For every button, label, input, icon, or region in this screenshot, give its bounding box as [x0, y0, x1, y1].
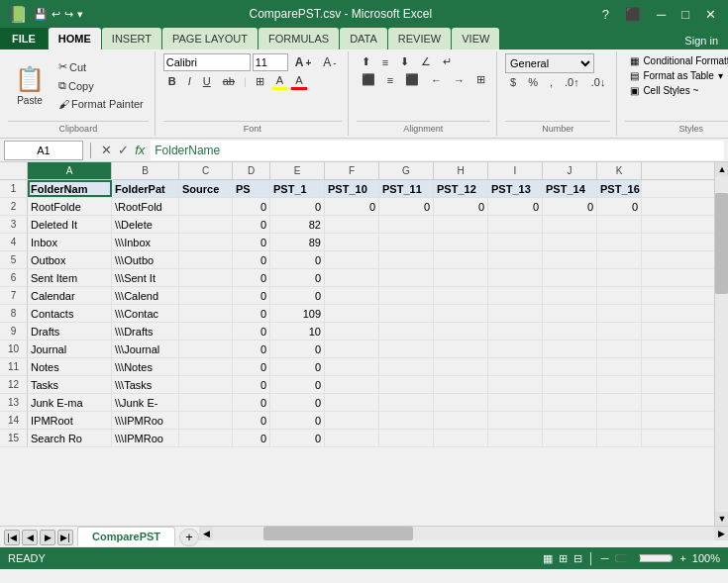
ribbon-display-btn[interactable]: ⬛ — [621, 7, 645, 22]
col-header-c[interactable]: C — [179, 162, 233, 179]
format-painter-button[interactable]: 🖌 Format Painter — [53, 96, 149, 112]
indent-button[interactable]: → — [449, 72, 469, 88]
list-item[interactable] — [434, 394, 488, 411]
maximize-btn[interactable]: □ — [677, 7, 693, 22]
list-item[interactable]: Journal — [28, 340, 112, 357]
list-item[interactable]: IPMRoot — [28, 412, 112, 429]
list-item[interactable]: Outbox — [28, 251, 112, 268]
list-item[interactable] — [543, 376, 597, 393]
list-item[interactable]: Source — [179, 180, 233, 197]
list-item[interactable] — [379, 216, 434, 233]
italic-button[interactable]: I — [183, 73, 196, 89]
list-item[interactable] — [325, 323, 379, 340]
list-item[interactable] — [179, 340, 233, 357]
list-item[interactable]: 0 — [233, 251, 270, 268]
font-color-button[interactable]: A — [290, 72, 307, 90]
sheet-nav-prev[interactable]: ◀ — [22, 530, 38, 545]
list-item[interactable]: 0 — [379, 198, 434, 215]
list-item[interactable] — [597, 305, 642, 322]
zoom-slider[interactable] — [614, 550, 674, 566]
list-item[interactable]: \\\Contac — [112, 305, 179, 322]
list-item[interactable] — [597, 269, 642, 286]
copy-button[interactable]: ⧉ Copy — [53, 77, 149, 94]
list-item[interactable] — [325, 394, 379, 411]
list-item[interactable] — [488, 412, 543, 429]
list-item[interactable] — [543, 323, 597, 340]
list-item[interactable] — [325, 412, 379, 429]
list-item[interactable]: 0 — [270, 412, 325, 429]
list-item[interactable] — [179, 198, 233, 215]
list-item[interactable]: Notes — [28, 358, 112, 375]
list-item[interactable] — [488, 340, 543, 357]
list-item[interactable]: 0 — [233, 305, 270, 322]
list-item[interactable]: 0 — [543, 198, 597, 215]
align-center-button[interactable]: ≡ — [382, 72, 398, 88]
list-item[interactable]: \\\Sent It — [112, 269, 179, 286]
list-item[interactable] — [179, 394, 233, 411]
list-item[interactable]: Contacts — [28, 305, 112, 322]
list-item[interactable]: \\\IPMRoo — [112, 412, 179, 429]
align-left-button[interactable]: ⬛ — [357, 71, 380, 88]
list-item[interactable]: 0 — [233, 234, 270, 250]
paste-button[interactable]: 📋 Paste — [8, 53, 52, 117]
col-header-f[interactable]: F — [325, 162, 379, 179]
decrease-decimal-button[interactable]: .0↓ — [586, 74, 611, 90]
zoom-out-icon[interactable]: ─ — [601, 552, 609, 564]
list-item[interactable] — [543, 269, 597, 286]
list-item[interactable] — [597, 358, 642, 375]
list-item[interactable] — [379, 430, 434, 446]
list-item[interactable]: 0 — [233, 287, 270, 304]
hscroll-thumb[interactable] — [263, 527, 414, 540]
list-item[interactable]: 0 — [270, 340, 325, 357]
list-item[interactable]: 89 — [270, 234, 325, 250]
list-item[interactable]: 0 — [597, 198, 642, 215]
sheet-nav-first[interactable]: |◀ — [4, 530, 20, 545]
list-item[interactable]: 0 — [233, 216, 270, 233]
list-item[interactable]: \RootFold — [112, 198, 179, 215]
list-item[interactable]: PST_1 — [270, 180, 325, 197]
zoom-in-icon[interactable]: + — [679, 552, 685, 564]
align-right-button[interactable]: ⬛ — [400, 71, 424, 88]
list-item[interactable]: 0 — [270, 430, 325, 446]
add-sheet-button[interactable]: + — [179, 529, 199, 546]
merge-button[interactable]: ⊞ — [471, 71, 490, 88]
list-item[interactable] — [379, 305, 434, 322]
list-item[interactable]: 0 — [270, 376, 325, 393]
list-item[interactable] — [325, 340, 379, 357]
list-item[interactable]: \\\Drafts — [112, 323, 179, 340]
list-item[interactable] — [543, 358, 597, 375]
page-layout-icon[interactable]: ▦ — [543, 552, 553, 565]
list-item[interactable]: PST_14 — [543, 180, 597, 197]
orientation-button[interactable]: ∠ — [416, 53, 436, 70]
list-item[interactable]: Search Ro — [28, 430, 112, 446]
list-item[interactable]: PST_16 — [597, 180, 642, 197]
sign-in-btn[interactable]: Sign in — [675, 32, 728, 49]
percent-button[interactable]: % — [523, 74, 543, 90]
list-item[interactable]: 0 — [233, 323, 270, 340]
list-item[interactable]: 0 — [233, 340, 270, 357]
list-item[interactable] — [179, 216, 233, 233]
currency-button[interactable]: $ — [505, 74, 521, 90]
vscroll-thumb[interactable] — [715, 193, 728, 294]
increase-decimal-button[interactable]: .0↑ — [560, 74, 584, 90]
col-header-j[interactable]: J — [543, 162, 597, 179]
format-as-table-button[interactable]: ▤ Format as Table ▾ — [625, 68, 728, 83]
list-item[interactable] — [179, 269, 233, 286]
list-item[interactable] — [179, 305, 233, 322]
list-item[interactable]: Calendar — [28, 287, 112, 304]
list-item[interactable]: PST_10 — [325, 180, 379, 197]
list-item[interactable] — [543, 251, 597, 268]
minimize-btn[interactable]: ─ — [653, 7, 670, 22]
list-item[interactable] — [179, 234, 233, 250]
list-item[interactable]: PST_12 — [434, 180, 488, 197]
list-item[interactable]: 0 — [270, 251, 325, 268]
list-item[interactable] — [597, 234, 642, 250]
hscroll-right-btn[interactable]: ▶ — [714, 527, 728, 540]
font-name-input[interactable] — [163, 53, 251, 71]
list-item[interactable] — [379, 287, 434, 304]
list-item[interactable]: FolderPat — [112, 180, 179, 197]
col-header-e[interactable]: E — [270, 162, 325, 179]
list-item[interactable] — [379, 394, 434, 411]
vertical-scrollbar[interactable]: ▲ ▼ — [714, 162, 728, 526]
list-item[interactable]: Drafts — [28, 323, 112, 340]
